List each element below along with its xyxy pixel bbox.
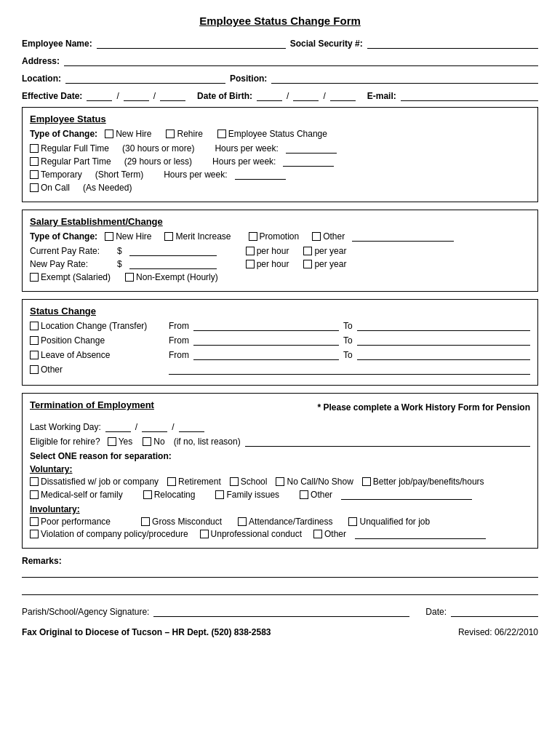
inv-poor-perf-checkbox[interactable] [30,517,39,526]
inv-poor-perf-item[interactable]: Poor performance [30,517,111,527]
vol-retirement-item[interactable]: Retirement [167,477,221,487]
vol-no-call-item[interactable]: No Call/No Show [276,477,353,487]
new-per-year-checkbox[interactable] [303,260,312,268]
non-exempt-item[interactable]: Non-Exempt (Hourly) [125,272,218,282]
vol-relocating-checkbox[interactable] [143,490,152,499]
rehire-checkbox[interactable] [166,130,175,138]
rehire-no-item[interactable]: No [143,437,164,447]
vol-other-item[interactable]: Other [300,490,332,500]
lwd-day[interactable] [142,421,167,432]
remarks-line-2[interactable] [22,585,538,595]
dob-year[interactable] [330,89,356,101]
on-call-checkbox[interactable] [30,183,39,192]
merit-increase-checkbox[interactable] [164,232,173,241]
rehire-no-checkbox[interactable] [143,437,151,446]
vol-school-item[interactable]: School [230,477,268,487]
merit-increase-item[interactable]: Merit Increase [164,231,231,242]
employee-name-input[interactable] [97,37,286,49]
new-hire-item[interactable]: New Hire [105,129,151,139]
inv-unprofessional-checkbox[interactable] [200,530,209,538]
vol-other-input[interactable] [341,490,472,500]
inv-attendance-item[interactable]: Attendance/Tardiness [238,517,332,527]
inv-violation-item[interactable]: Violation of company policy/procedure [30,529,188,539]
current-per-year-item[interactable]: per year [303,246,346,256]
leave-to-input[interactable] [357,350,530,360]
regular-part-time-checkbox[interactable] [30,157,39,166]
other-sal-input[interactable] [352,231,454,242]
rehire-item[interactable]: Rehire [166,129,202,139]
position-input[interactable] [271,72,538,84]
leave-from-input[interactable] [193,350,339,360]
new-per-hour-checkbox[interactable] [246,260,255,268]
dob-month[interactable] [257,89,282,101]
sal-new-hire-item[interactable]: New Hire [105,231,151,242]
promotion-item[interactable]: Promotion [249,231,300,242]
vol-school-checkbox[interactable] [230,477,239,486]
sal-new-hire-checkbox[interactable] [105,232,113,241]
remarks-line-1[interactable] [22,567,538,578]
temporary-item[interactable]: Temporary [30,170,82,180]
eff-day[interactable] [124,89,149,101]
current-per-hour-item[interactable]: per hour [246,246,289,256]
vol-dissatisfied-item[interactable]: Dissatisfied w/ job or company [30,477,159,487]
inv-unprofessional-item[interactable]: Unprofessional conduct [200,529,302,539]
emp-status-change-checkbox[interactable] [217,130,226,138]
status-other-checkbox[interactable] [30,365,39,374]
promotion-checkbox[interactable] [249,232,257,241]
lwd-year[interactable] [179,421,204,432]
new-per-year-item[interactable]: per year [303,259,346,269]
position-change-item[interactable]: Position Change [30,335,164,346]
pos-to-input[interactable] [357,335,530,346]
date-sig-input[interactable] [451,605,538,617]
current-per-hour-checkbox[interactable] [246,247,255,255]
eff-month[interactable] [87,89,112,101]
position-change-checkbox[interactable] [30,336,39,345]
social-security-input[interactable] [367,37,538,49]
location-change-item[interactable]: Location Change (Transfer) [30,321,164,331]
inv-gross-checkbox[interactable] [141,517,150,526]
inv-violation-checkbox[interactable] [30,530,39,538]
location-change-checkbox[interactable] [30,322,39,330]
loc-from-input[interactable] [193,321,339,331]
vol-better-job-item[interactable]: Better job/pay/benefits/hours [362,477,484,487]
inv-gross-item[interactable]: Gross Misconduct [141,517,222,527]
exempt-checkbox[interactable] [30,273,39,282]
on-call-item[interactable]: On Call [30,183,70,193]
current-per-year-checkbox[interactable] [303,247,312,255]
dob-day[interactable] [293,89,319,101]
vol-better-job-checkbox[interactable] [362,477,371,486]
temporary-checkbox[interactable] [30,170,39,179]
new-per-hour-item[interactable]: per hour [246,259,289,269]
inv-other-input[interactable] [355,529,486,539]
loc-to-input[interactable] [357,321,530,331]
vol-relocating-item[interactable]: Relocating [143,490,196,500]
vol-other-checkbox[interactable] [300,490,308,499]
lwd-month[interactable] [105,421,131,432]
regular-full-time-item[interactable]: Regular Full Time [30,143,109,154]
other-sal-checkbox[interactable] [312,232,321,241]
status-other-item[interactable]: Other [30,364,164,375]
vol-dissatisfied-checkbox[interactable] [30,477,39,486]
address-input[interactable] [64,55,538,66]
non-exempt-checkbox[interactable] [125,273,134,282]
hours-input-1[interactable] [286,143,337,154]
rehire-yes-item[interactable]: Yes [108,437,133,447]
inv-attendance-checkbox[interactable] [238,517,247,526]
leave-absence-item[interactable]: Leave of Absence [30,350,164,360]
vol-medical-item[interactable]: Medical-self or family [30,490,123,500]
status-other-input[interactable] [169,364,530,375]
vol-no-call-checkbox[interactable] [276,477,284,486]
vol-family-item[interactable]: Family issues [215,490,279,500]
exempt-item[interactable]: Exempt (Salaried) [30,272,111,282]
hours-input-3[interactable] [235,170,286,180]
new-hire-checkbox[interactable] [105,130,113,138]
inv-other-item[interactable]: Other [313,529,346,539]
list-reason-input[interactable] [245,437,530,447]
location-input[interactable] [65,72,225,84]
hours-input-2[interactable] [283,156,334,167]
leave-absence-checkbox[interactable] [30,351,39,359]
inv-unqualified-checkbox[interactable] [348,517,357,526]
vol-retirement-checkbox[interactable] [167,477,176,486]
parish-sig-input[interactable] [153,607,409,617]
emp-status-change-item[interactable]: Employee Status Change [217,129,327,139]
